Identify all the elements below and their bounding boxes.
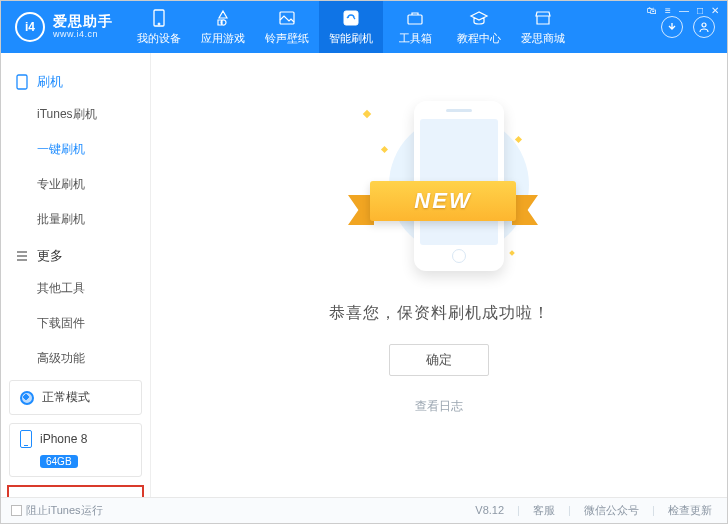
window-menu-icon[interactable]: ≡ bbox=[665, 5, 671, 16]
app-window: 🛍 ≡ — □ ✕ i4 爱思助手 www.i4.cn 我的设备 应用游戏 bbox=[0, 0, 728, 524]
footer-links: V8.12 | 客服 | 微信公众号 | 检查更新 bbox=[470, 503, 717, 518]
device-name: iPhone 8 bbox=[40, 432, 87, 446]
view-log-link[interactable]: 查看日志 bbox=[415, 398, 463, 415]
store-icon bbox=[533, 8, 553, 28]
nav-toolbox[interactable]: 工具箱 bbox=[383, 1, 447, 53]
sidebar: 刷机 iTunes刷机 一键刷机 专业刷机 批量刷机 更多 其他工具 下载固件 … bbox=[1, 53, 151, 497]
update-link[interactable]: 检查更新 bbox=[668, 504, 712, 516]
success-message: 恭喜您，保资料刷机成功啦！ bbox=[329, 303, 550, 324]
sidebar-item-advanced[interactable]: 高级功能 bbox=[1, 341, 150, 376]
window-maximize-icon[interactable]: □ bbox=[697, 5, 703, 16]
logo: i4 爱思助手 www.i4.cn bbox=[1, 12, 127, 42]
phone-icon bbox=[20, 430, 32, 448]
header: 🛍 ≡ — □ ✕ i4 爱思助手 www.i4.cn 我的设备 应用游戏 bbox=[1, 1, 727, 53]
nav-label: 铃声壁纸 bbox=[265, 31, 309, 46]
sidebar-item-onekey-flash[interactable]: 一键刷机 bbox=[1, 132, 150, 167]
top-nav: 我的设备 应用游戏 铃声壁纸 智能刷机 工具箱 教程中心 bbox=[127, 1, 575, 53]
device-info-card[interactable]: iPhone 8 64GB bbox=[9, 423, 142, 477]
nav-label: 应用游戏 bbox=[201, 31, 245, 46]
version-label: V8.12 bbox=[475, 504, 504, 516]
window-minimize-icon[interactable]: — bbox=[679, 5, 689, 16]
nav-ringtone[interactable]: 铃声壁纸 bbox=[255, 1, 319, 53]
window-close-icon[interactable]: ✕ bbox=[711, 5, 719, 16]
new-ribbon: NEW bbox=[348, 181, 538, 229]
ribbon-text: NEW bbox=[370, 181, 516, 221]
svg-point-5 bbox=[702, 23, 706, 27]
nav-label: 智能刷机 bbox=[329, 31, 373, 46]
menu-icon bbox=[15, 249, 29, 263]
nav-label: 教程中心 bbox=[457, 31, 501, 46]
graduation-icon bbox=[469, 8, 489, 28]
nav-label: 工具箱 bbox=[399, 31, 432, 46]
group-label: 刷机 bbox=[37, 73, 63, 91]
flash-icon bbox=[341, 8, 361, 28]
logo-url: www.i4.cn bbox=[53, 30, 113, 40]
svg-rect-6 bbox=[17, 75, 27, 89]
storage-badge: 64GB bbox=[40, 455, 78, 468]
toolbox-icon bbox=[405, 8, 425, 28]
window-controls: 🛍 ≡ — □ ✕ bbox=[647, 5, 719, 16]
support-link[interactable]: 客服 bbox=[533, 504, 555, 516]
success-illustration: NEW bbox=[334, 101, 544, 281]
svg-rect-4 bbox=[408, 15, 422, 24]
phone-icon bbox=[15, 75, 29, 89]
nav-my-device[interactable]: 我的设备 bbox=[127, 1, 191, 53]
checkbox-label: 阻止iTunes运行 bbox=[26, 503, 103, 518]
footer: 阻止iTunes运行 V8.12 | 客服 | 微信公众号 | 检查更新 bbox=[1, 497, 727, 523]
sidebar-item-pro-flash[interactable]: 专业刷机 bbox=[1, 167, 150, 202]
body: 刷机 iTunes刷机 一键刷机 专业刷机 批量刷机 更多 其他工具 下载固件 … bbox=[1, 53, 727, 497]
logo-title: 爱思助手 bbox=[53, 14, 113, 29]
device-mode-label: 正常模式 bbox=[42, 389, 90, 406]
main-panel: NEW 恭喜您，保资料刷机成功啦！ 确定 查看日志 bbox=[151, 53, 727, 497]
sidebar-item-other-tools[interactable]: 其他工具 bbox=[1, 271, 150, 306]
wechat-link[interactable]: 微信公众号 bbox=[584, 504, 639, 516]
nav-mall[interactable]: 爱思商城 bbox=[511, 1, 575, 53]
sidebar-group-more[interactable]: 更多 bbox=[1, 237, 150, 271]
sidebar-group-flash[interactable]: 刷机 bbox=[1, 63, 150, 97]
logo-badge: i4 bbox=[15, 12, 45, 42]
nav-tutorial[interactable]: 教程中心 bbox=[447, 1, 511, 53]
wallpaper-icon bbox=[277, 8, 297, 28]
svg-point-1 bbox=[158, 23, 160, 25]
checkbox-icon bbox=[11, 505, 22, 516]
nav-label: 我的设备 bbox=[137, 31, 181, 46]
status-dot-icon bbox=[20, 391, 34, 405]
apps-icon bbox=[213, 8, 233, 28]
sidebar-item-download-fw[interactable]: 下载固件 bbox=[1, 306, 150, 341]
user-button[interactable] bbox=[693, 16, 715, 38]
nav-flash[interactable]: 智能刷机 bbox=[319, 1, 383, 53]
download-button[interactable] bbox=[661, 16, 683, 38]
svg-rect-3 bbox=[344, 11, 358, 25]
checkbox-block-itunes[interactable]: 阻止iTunes运行 bbox=[11, 503, 103, 518]
nav-label: 爱思商城 bbox=[521, 31, 565, 46]
group-label: 更多 bbox=[37, 247, 63, 265]
sidebar-item-batch-flash[interactable]: 批量刷机 bbox=[1, 202, 150, 237]
ok-button[interactable]: 确定 bbox=[389, 344, 489, 376]
window-cart-icon[interactable]: 🛍 bbox=[647, 5, 657, 16]
smartphone-icon bbox=[149, 8, 169, 28]
sidebar-item-itunes-flash[interactable]: iTunes刷机 bbox=[1, 97, 150, 132]
nav-apps[interactable]: 应用游戏 bbox=[191, 1, 255, 53]
device-mode-card[interactable]: 正常模式 bbox=[9, 380, 142, 415]
